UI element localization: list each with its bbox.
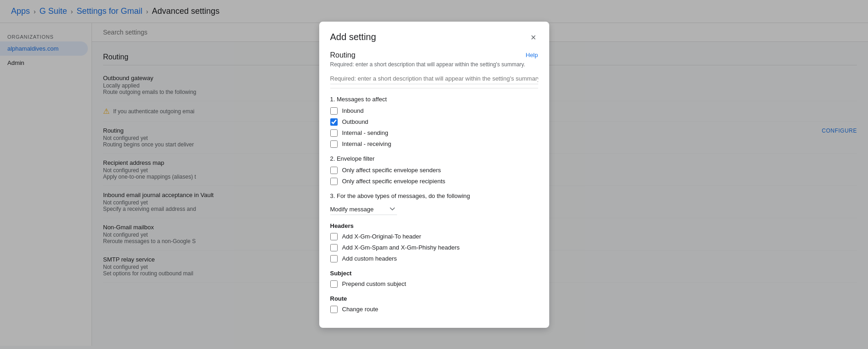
checkbox-xgm-spam-row: Add X-Gm-Spam and X-Gm-Phishy headers xyxy=(330,244,538,251)
checkbox-xgm-spam-label: Add X-Gm-Spam and X-Gm-Phishy headers xyxy=(342,244,460,251)
modal-subtitle: Routing Help xyxy=(330,44,538,61)
modal-body: Routing Help Required: enter a short des… xyxy=(319,44,549,328)
checkbox-custom-headers-label: Add custom headers xyxy=(342,255,397,262)
modal-section3-title: 3. For the above types of messages, do t… xyxy=(330,192,538,199)
checkbox-xgm-original-row: Add X-Gm-Original-To header xyxy=(330,233,538,240)
checkbox-prepend-subject[interactable] xyxy=(330,280,338,288)
modal-help-link[interactable]: Help xyxy=(526,52,538,58)
checkbox-change-route-label: Change route xyxy=(342,306,379,313)
route-section-heading: Route xyxy=(330,295,538,302)
checkbox-xgm-original[interactable] xyxy=(330,233,338,240)
checkbox-outbound[interactable] xyxy=(330,118,338,126)
checkbox-internal-sending-row: Internal - sending xyxy=(330,129,538,137)
checkbox-envelope-senders-label: Only affect specific envelope senders xyxy=(342,167,441,174)
checkbox-internal-receiving-label: Internal - receiving xyxy=(342,140,391,147)
checkbox-inbound-label: Inbound xyxy=(342,107,364,114)
checkbox-inbound[interactable] xyxy=(330,107,338,115)
modal-overlay[interactable]: Add setting × Routing Help Required: ent… xyxy=(0,0,868,346)
checkbox-envelope-senders-row: Only affect specific envelope senders xyxy=(330,167,538,174)
checkbox-prepend-subject-label: Prepend custom subject xyxy=(342,280,406,287)
checkbox-inbound-row: Inbound xyxy=(330,107,538,115)
checkbox-prepend-subject-row: Prepend custom subject xyxy=(330,280,538,288)
headers-section-heading: Headers xyxy=(330,222,538,229)
modal-title: Add setting xyxy=(330,32,376,42)
checkbox-custom-headers-row: Add custom headers xyxy=(330,255,538,262)
checkbox-outbound-label: Outbound xyxy=(342,118,368,125)
modal-header: Add setting × xyxy=(319,22,549,44)
checkbox-envelope-recipients-label: Only affect specific envelope recipients xyxy=(342,178,446,185)
checkbox-change-route[interactable] xyxy=(330,306,338,313)
checkbox-envelope-recipients-row: Only affect specific envelope recipients xyxy=(330,178,538,185)
subject-section-heading: Subject xyxy=(330,270,538,277)
checkbox-internal-receiving-row: Internal - receiving xyxy=(330,140,538,148)
modal-description-hint: Required: enter a short description that… xyxy=(330,61,538,68)
checkbox-envelope-senders[interactable] xyxy=(330,167,338,174)
checkbox-xgm-spam[interactable] xyxy=(330,244,338,251)
checkbox-internal-sending[interactable] xyxy=(330,129,338,137)
modal-subtitle-text: Routing xyxy=(330,51,356,59)
checkbox-change-route-row: Change route xyxy=(330,306,538,313)
modal-section1-title: 1. Messages to affect xyxy=(330,96,538,103)
checkbox-xgm-original-label: Add X-Gm-Original-To header xyxy=(342,233,421,240)
modal-close-button[interactable]: × xyxy=(529,31,538,44)
dropdown-row: Modify message Reject message Quarantine… xyxy=(330,204,538,215)
checkbox-internal-receiving[interactable] xyxy=(330,140,338,148)
checkbox-internal-sending-label: Internal - sending xyxy=(342,129,388,136)
modal-dialog: Add setting × Routing Help Required: ent… xyxy=(319,22,549,328)
modal-section2-title: 2. Envelope filter xyxy=(330,155,538,162)
checkbox-envelope-recipients[interactable] xyxy=(330,178,338,185)
checkbox-custom-headers[interactable] xyxy=(330,255,338,262)
modify-message-dropdown[interactable]: Modify message Reject message Quarantine… xyxy=(330,204,397,215)
modal-description-input[interactable] xyxy=(330,73,538,84)
modal-divider xyxy=(330,88,538,88)
checkbox-outbound-row: Outbound xyxy=(330,118,538,126)
